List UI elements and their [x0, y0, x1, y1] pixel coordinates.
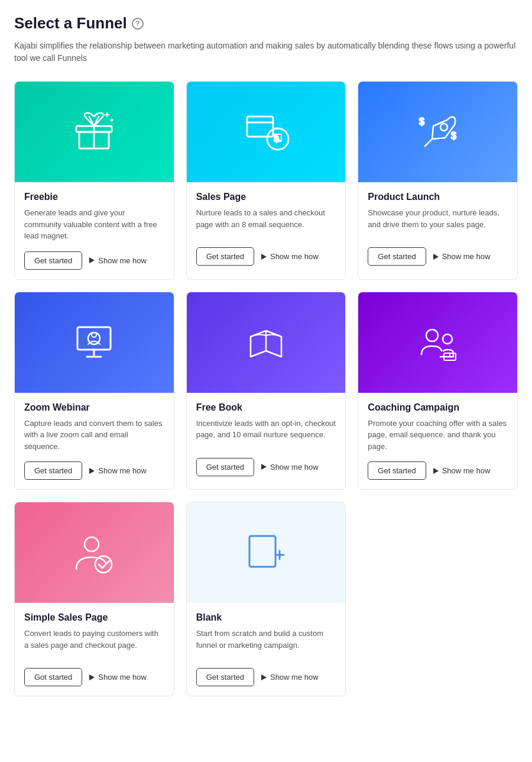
play-icon	[433, 254, 439, 260]
card-title-freebie: Freebie	[24, 192, 164, 202]
svg-text:$: $	[451, 131, 456, 141]
card-free-book: Free Book Incentivize leads with an opt-…	[186, 292, 346, 490]
get-started-button-product-launch[interactable]: Get started	[368, 247, 426, 266]
show-me-label: Show me how	[98, 466, 147, 475]
show-me-button-sales-page[interactable]: Show me how	[261, 252, 319, 261]
card-description-product-launch: Showcase your product, nurture leads, an…	[368, 207, 508, 238]
card-title-product-launch: Product Launch	[368, 192, 508, 202]
card-zoom-webinar: Zoom Webinar Capture leads and convert t…	[14, 292, 174, 490]
get-started-button-freebie[interactable]: Get started	[24, 251, 82, 270]
play-icon	[261, 254, 267, 260]
card-freebie: Freebie Generate leads and give your com…	[14, 81, 174, 280]
play-icon	[261, 674, 267, 680]
card-coaching-campaign: Coaching Campaign Promote your coaching …	[358, 292, 518, 490]
card-title-free-book: Free Book	[196, 402, 336, 413]
card-blank: Blank Start from scratch and build a cus…	[186, 502, 346, 696]
card-image-freebie	[15, 82, 174, 182]
card-image-zoom-webinar	[15, 292, 174, 393]
show-me-button-blank[interactable]: Show me how	[261, 673, 319, 682]
svg-text:$: $	[274, 134, 279, 144]
svg-point-26	[85, 537, 99, 551]
funnel-grid: Freebie Generate leads and give your com…	[14, 81, 518, 696]
play-icon	[89, 468, 95, 474]
show-me-button-free-book[interactable]: Show me how	[261, 463, 319, 472]
card-title-sales-page: Sales Page	[196, 192, 336, 202]
card-description-blank: Start from scratch and build a custom fu…	[196, 628, 336, 658]
get-started-button-blank[interactable]: Get started	[196, 668, 254, 686]
card-description-simple-sales-page: Convert leads to paying customers with a…	[24, 628, 164, 658]
card-title-zoom-webinar: Zoom Webinar	[24, 402, 164, 413]
show-me-label: Show me how	[98, 673, 147, 682]
show-me-button-product-launch[interactable]: Show me how	[433, 252, 491, 261]
svg-point-23	[443, 334, 452, 344]
svg-text:$: $	[419, 117, 424, 127]
play-icon	[433, 468, 439, 474]
card-description-free-book: Incentivize leads with an opt-in, checko…	[196, 418, 336, 448]
page-title: Select a Funnel ?	[14, 14, 518, 33]
show-me-button-coaching-campaign[interactable]: Show me how	[433, 466, 491, 475]
svg-point-13	[440, 124, 447, 131]
card-image-coaching-campaign	[358, 292, 517, 393]
card-title-blank: Blank	[196, 612, 336, 623]
card-description-coaching-campaign: Promote your coaching offer with a sales…	[368, 418, 508, 453]
card-image-blank	[187, 502, 346, 603]
show-me-label: Show me how	[270, 252, 319, 261]
play-icon	[261, 464, 267, 470]
get-started-button-sales-page[interactable]: Get started	[196, 247, 254, 266]
card-title-coaching-campaign: Coaching Campaign	[368, 402, 508, 413]
card-product-launch: $ $ Product Launch Showcase your product…	[358, 81, 518, 280]
svg-point-22	[426, 330, 438, 341]
card-description-zoom-webinar: Capture leads and convert them to sales …	[24, 418, 164, 453]
svg-point-27	[95, 556, 112, 573]
get-started-button-zoom-webinar[interactable]: Get started	[24, 461, 82, 480]
show-me-label: Show me how	[270, 673, 319, 682]
play-icon	[89, 257, 95, 263]
show-me-button-zoom-webinar[interactable]: Show me how	[89, 466, 147, 475]
show-me-label: Show me how	[98, 256, 147, 265]
card-description-freebie: Generate leads and give your community v…	[24, 207, 164, 242]
show-me-button-freebie[interactable]: Show me how	[89, 256, 147, 265]
svg-rect-28	[249, 536, 275, 567]
card-image-free-book	[187, 292, 346, 393]
show-me-label: Show me how	[442, 466, 491, 475]
card-title-simple-sales-page: Simple Sales Page	[24, 612, 164, 623]
get-started-button-coaching-campaign[interactable]: Get started	[368, 461, 426, 480]
svg-rect-16	[77, 327, 111, 350]
card-simple-sales-page: Simple Sales Page Convert leads to payin…	[14, 502, 174, 696]
show-me-label: Show me how	[442, 252, 491, 261]
card-description-sales-page: Nurture leads to a sales and checkout pa…	[196, 207, 336, 238]
page-subtitle: Kajabi simplifies the relationship betwe…	[14, 40, 518, 64]
get-started-button-free-book[interactable]: Get started	[196, 458, 254, 476]
card-image-simple-sales-page	[15, 502, 174, 603]
play-icon	[89, 674, 95, 680]
card-image-sales-page: $	[187, 82, 346, 182]
show-me-button-simple-sales-page[interactable]: Show me how	[89, 673, 147, 682]
card-image-product-launch: $ $	[358, 82, 517, 182]
card-sales-page: $ Sales Page Nurture leads to a sales an…	[186, 81, 346, 280]
show-me-label: Show me how	[270, 463, 319, 472]
help-icon[interactable]: ?	[132, 18, 144, 30]
get-started-button-simple-sales-page[interactable]: Got started	[24, 668, 82, 686]
